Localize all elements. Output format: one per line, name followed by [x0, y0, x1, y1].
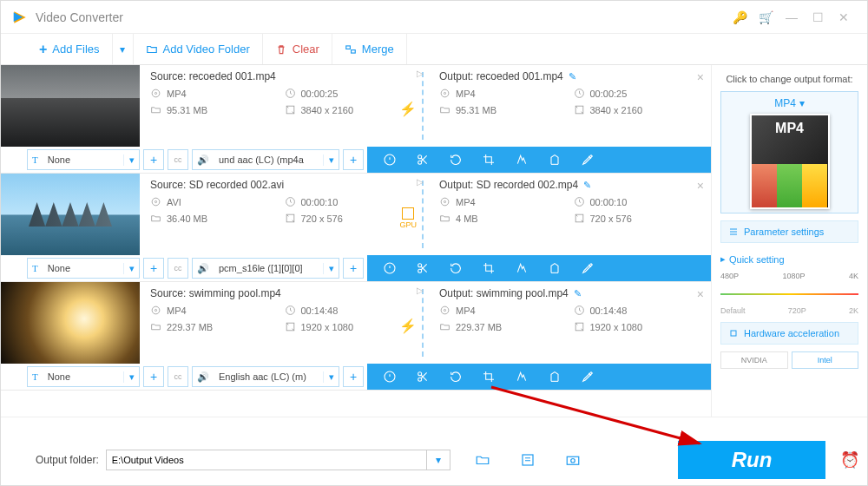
edit-icon[interactable] — [581, 370, 595, 384]
remove-item-button[interactable]: × — [697, 179, 704, 193]
svg-point-18 — [444, 200, 445, 202]
app-title: Video Converter — [36, 10, 123, 24]
audio-track-select[interactable]: 🔊und aac (LC) (mp4a▾ — [192, 149, 339, 170]
info-icon[interactable] — [383, 153, 397, 167]
crop-icon[interactable] — [482, 261, 496, 275]
subtitle-select[interactable]: TNone▾ — [27, 258, 140, 279]
add-files-button[interactable]: +Add Files — [27, 34, 113, 64]
svg-rect-36 — [523, 455, 533, 465]
container-field: MP4 — [150, 305, 279, 316]
subtitle-select[interactable]: TNone▾ — [27, 149, 140, 170]
info-icon[interactable] — [383, 261, 397, 275]
merge-icon — [345, 43, 357, 56]
sliders-icon — [728, 227, 739, 237]
effects-icon[interactable] — [515, 370, 529, 384]
edit-icon[interactable] — [581, 153, 595, 167]
svg-rect-37 — [567, 456, 579, 464]
parameter-settings-button[interactable]: Parameter settings — [720, 220, 858, 243]
schedule-button[interactable]: ⏰ — [832, 450, 867, 470]
edit-icon[interactable] — [581, 261, 595, 275]
cut-icon[interactable] — [416, 261, 430, 275]
container-field: AVI — [150, 196, 279, 207]
vendor-intel[interactable]: Intel — [792, 351, 859, 369]
svg-point-25 — [155, 309, 156, 311]
watermark-icon[interactable] — [548, 261, 562, 275]
duration-field: 00:14:48 — [285, 305, 414, 316]
edit-toolbar — [367, 147, 711, 173]
cc-button[interactable]: cc — [168, 366, 188, 387]
add-subtitle-button[interactable]: + — [143, 149, 164, 170]
maximize-button[interactable]: ☐ — [805, 10, 831, 24]
video-thumbnail[interactable] — [1, 65, 140, 147]
add-audio-button[interactable]: + — [343, 366, 364, 387]
source-title: Source: swimming pool.mp4 — [150, 287, 413, 299]
add-files-dropdown[interactable]: ▾ — [113, 34, 134, 64]
file-list: Source: recoeded 001.mp4 MP4 00:00:25 95… — [1, 65, 711, 417]
rename-icon[interactable]: ✎ — [574, 288, 582, 299]
container-field: MP4 — [439, 305, 569, 316]
audio-track-select[interactable]: 🔊pcm_s16le ([1][0][0]▾ — [192, 258, 339, 279]
open-folder-button[interactable] — [470, 449, 496, 471]
svg-point-17 — [441, 198, 449, 206]
key-icon[interactable]: 🔑 — [727, 10, 753, 24]
param-label: Parameter settings — [744, 227, 824, 237]
list-item: Source: swimming pool.mp4 MP4 00:14:48 2… — [1, 282, 711, 391]
rename-icon[interactable]: ✎ — [583, 180, 591, 190]
run-button[interactable]: Run — [678, 441, 825, 479]
vendor-nvidia[interactable]: NVIDIA — [720, 351, 788, 369]
effects-icon[interactable] — [515, 261, 529, 275]
output-folder-input[interactable] — [106, 450, 427, 470]
edit-toolbar — [367, 364, 711, 390]
audio-track-select[interactable]: 🔊English aac (LC) (m)▾ — [192, 366, 339, 387]
watermark-icon[interactable] — [548, 370, 562, 384]
minimize-button[interactable]: — — [779, 10, 805, 24]
task-list-button[interactable] — [515, 449, 541, 471]
subtitle-select[interactable]: TNone▾ — [27, 366, 140, 387]
watermark-icon[interactable] — [548, 153, 562, 167]
close-window-button[interactable]: ✕ — [831, 10, 857, 24]
rotate-icon[interactable] — [449, 261, 463, 275]
title-bar: Video Converter 🔑 🛒 — ☐ ✕ — [1, 1, 867, 34]
rename-icon[interactable]: ✎ — [569, 71, 576, 82]
add-subtitle-button[interactable]: + — [143, 258, 164, 279]
merge-button[interactable]: Merge — [332, 34, 407, 64]
cut-icon[interactable] — [416, 370, 430, 384]
add-folder-button[interactable]: Add Video Folder — [134, 34, 263, 64]
output-format-selector[interactable]: MP4▾ MP4 — [720, 91, 858, 213]
cc-button[interactable]: cc — [168, 258, 188, 279]
add-audio-button[interactable]: + — [343, 149, 364, 170]
trash-icon — [275, 43, 287, 56]
video-thumbnail[interactable] — [1, 282, 140, 364]
svg-point-28 — [441, 306, 449, 314]
quality-top-labels: 480P1080P4K — [720, 272, 858, 280]
edit-toolbar — [367, 255, 711, 281]
crop-icon[interactable] — [482, 153, 496, 167]
video-thumbnail[interactable] — [1, 174, 140, 255]
output-folder-dropdown[interactable]: ▾ — [426, 450, 450, 470]
add-subtitle-button[interactable]: + — [143, 366, 164, 387]
remove-item-button[interactable]: × — [697, 287, 704, 301]
svg-point-24 — [152, 306, 160, 314]
quality-slider[interactable] — [720, 284, 858, 305]
dimensions-field: 720 x 576 — [285, 213, 414, 224]
cut-icon[interactable] — [416, 153, 430, 167]
effects-icon[interactable] — [515, 153, 529, 167]
clear-button[interactable]: Clear — [263, 34, 332, 64]
svg-point-38 — [570, 459, 575, 463]
cart-icon[interactable]: 🛒 — [753, 10, 779, 24]
svg-point-14 — [155, 200, 156, 202]
cc-button[interactable]: cc — [168, 149, 188, 170]
info-icon[interactable] — [383, 370, 397, 384]
add-audio-button[interactable]: + — [343, 258, 364, 279]
chevron-down-icon: ▾ — [799, 97, 805, 109]
hardware-accel-button[interactable]: Hardware acceleration — [720, 322, 858, 345]
snapshot-button[interactable] — [560, 449, 586, 471]
rotate-icon[interactable] — [449, 370, 463, 384]
footer-bar: Output folder: ▾ Run ⏰ — [1, 437, 867, 483]
vendor-row: NVIDIA Intel — [720, 351, 858, 369]
source-title: Source: recoeded 001.mp4 — [150, 70, 413, 82]
crop-icon[interactable] — [482, 370, 496, 384]
quick-setting-title: ▸Quick setting — [720, 253, 858, 265]
remove-item-button[interactable]: × — [697, 70, 704, 84]
rotate-icon[interactable] — [449, 153, 463, 167]
